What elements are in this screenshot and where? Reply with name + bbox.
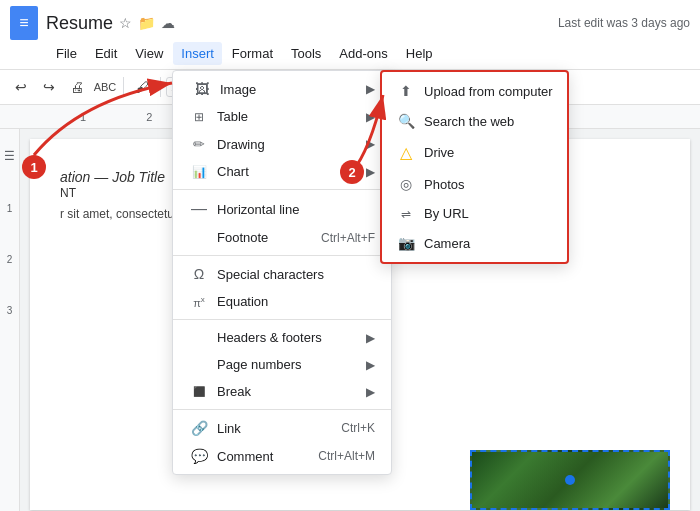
comment-shortcut: Ctrl+Alt+M bbox=[318, 449, 375, 463]
menu-edit[interactable]: Edit bbox=[87, 42, 125, 65]
menu-item-equation[interactable]: πx Equation bbox=[173, 288, 391, 315]
menu-tools[interactable]: Tools bbox=[283, 42, 329, 65]
submenu-search-web[interactable]: 🔍 Search the web bbox=[382, 106, 567, 136]
special-chars-label: Special characters bbox=[217, 267, 375, 282]
upload-icon: ⬆ bbox=[396, 83, 416, 99]
headers-footers-label: Headers & footers bbox=[217, 330, 360, 345]
sidebar-icon: ☰ bbox=[4, 149, 15, 163]
menu-bar: File Edit View Insert Format Tools Add-o… bbox=[0, 40, 700, 70]
title-bar: Resume ☆ 📁 ☁ Last edit was 3 days ago bbox=[0, 0, 700, 40]
menu-item-image[interactable]: 🖼 Image ▶ bbox=[173, 75, 391, 103]
redo-button[interactable]: ↪ bbox=[36, 74, 62, 100]
footnote-label: Footnote bbox=[217, 230, 311, 245]
menu-view[interactable]: View bbox=[127, 42, 171, 65]
insert-dropdown-menu: 🖼 Image ▶ ⊞ Table ▶ ✏ Drawing ▶ 📊 Chart … bbox=[172, 70, 392, 475]
equation-label: Equation bbox=[217, 294, 375, 309]
submenu-camera[interactable]: 📷 Camera bbox=[382, 228, 567, 258]
star-icon[interactable]: ☆ bbox=[119, 15, 132, 31]
menu-item-page-numbers[interactable]: Page numbers ▶ bbox=[173, 351, 391, 378]
break-icon: ⬛ bbox=[189, 386, 209, 397]
headers-footers-arrow: ▶ bbox=[366, 331, 375, 345]
menu-item-link[interactable]: 🔗 Link Ctrl+K bbox=[173, 414, 391, 442]
camera-label: Camera bbox=[424, 236, 470, 251]
comment-label: Comment bbox=[217, 449, 308, 464]
cloud-icon[interactable]: ☁ bbox=[161, 15, 175, 31]
table-submenu-arrow: ▶ bbox=[366, 110, 375, 124]
paint-format-button[interactable]: 🖌 bbox=[129, 74, 155, 100]
submenu-by-url[interactable]: ⇌ By URL bbox=[382, 199, 567, 228]
drawing-submenu-arrow: ▶ bbox=[366, 137, 375, 151]
folder-icon[interactable]: 📁 bbox=[138, 15, 155, 31]
doc-title: Resume bbox=[46, 13, 113, 34]
badge-2: 2 bbox=[340, 160, 364, 184]
menu-item-horizontal-line[interactable]: — Horizontal line bbox=[173, 194, 391, 224]
menu-insert[interactable]: Insert bbox=[173, 42, 222, 65]
menu-divider-4 bbox=[173, 409, 391, 410]
menu-format[interactable]: Format bbox=[224, 42, 281, 65]
break-arrow: ▶ bbox=[366, 385, 375, 399]
table-menu-icon: ⊞ bbox=[189, 110, 209, 124]
comment-icon: 💬 bbox=[189, 448, 209, 464]
link-icon: 🔗 bbox=[189, 420, 209, 436]
by-url-label: By URL bbox=[424, 206, 469, 221]
image-placeholder[interactable] bbox=[470, 450, 670, 510]
horizontal-line-label: Horizontal line bbox=[217, 202, 375, 217]
search-web-label: Search the web bbox=[424, 114, 514, 129]
menu-item-drawing[interactable]: ✏ Drawing ▶ bbox=[173, 130, 391, 158]
upload-label: Upload from computer bbox=[424, 84, 553, 99]
menu-item-table[interactable]: ⊞ Table ▶ bbox=[173, 103, 391, 130]
spellcheck-button[interactable]: ABC bbox=[92, 74, 118, 100]
title-section: Resume ☆ 📁 ☁ bbox=[46, 13, 175, 34]
menu-item-special-chars[interactable]: Ω Special characters bbox=[173, 260, 391, 288]
link-shortcut: Ctrl+K bbox=[341, 421, 375, 435]
badge-1: 1 bbox=[22, 155, 46, 179]
page-marker-1: 1 bbox=[7, 203, 13, 214]
menu-addons[interactable]: Add-ons bbox=[331, 42, 395, 65]
page-numbers-arrow: ▶ bbox=[366, 358, 375, 372]
job-title-text: ation — Job Title bbox=[60, 169, 165, 185]
doc-icon bbox=[10, 6, 38, 40]
page-marker-3: 3 bbox=[7, 305, 13, 316]
drawing-menu-label: Drawing bbox=[217, 137, 360, 152]
undo-button[interactable]: ↩ bbox=[8, 74, 34, 100]
menu-divider-2 bbox=[173, 255, 391, 256]
break-label: Break bbox=[217, 384, 360, 399]
toolbar-separator-2 bbox=[160, 77, 161, 97]
footnote-shortcut: Ctrl+Alt+F bbox=[321, 231, 375, 245]
drawing-menu-icon: ✏ bbox=[189, 136, 209, 152]
image-menu-icon: 🖼 bbox=[192, 81, 212, 97]
image-submenu-arrow: ▶ bbox=[366, 82, 375, 96]
menu-item-headers-footers[interactable]: Headers & footers ▶ bbox=[173, 324, 391, 351]
toolbar-separator bbox=[123, 77, 124, 97]
link-label: Link bbox=[217, 421, 331, 436]
last-edit: Last edit was 3 days ago bbox=[558, 16, 690, 30]
subtitle-text: NT bbox=[60, 186, 76, 200]
print-button[interactable]: 🖨 bbox=[64, 74, 90, 100]
menu-item-break[interactable]: ⬛ Break ▶ bbox=[173, 378, 391, 405]
special-chars-icon: Ω bbox=[189, 266, 209, 282]
search-web-icon: 🔍 bbox=[396, 113, 416, 129]
photos-icon: ◎ bbox=[396, 176, 416, 192]
equation-icon: πx bbox=[189, 295, 209, 309]
chart-menu-icon: 📊 bbox=[189, 165, 209, 179]
menu-divider-3 bbox=[173, 319, 391, 320]
left-sidebar: ☰ 1 2 3 bbox=[0, 129, 20, 511]
submenu-photos[interactable]: ◎ Photos bbox=[382, 169, 567, 199]
menu-item-footnote[interactable]: Footnote Ctrl+Alt+F bbox=[173, 224, 391, 251]
drive-label: Drive bbox=[424, 145, 454, 160]
submenu-drive[interactable]: △ Drive bbox=[382, 136, 567, 169]
table-menu-label: Table bbox=[217, 109, 360, 124]
submenu-upload[interactable]: ⬆ Upload from computer bbox=[382, 76, 567, 106]
image-handle[interactable] bbox=[565, 475, 575, 485]
chart-submenu-arrow: ▶ bbox=[366, 165, 375, 179]
horizontal-line-icon: — bbox=[189, 200, 209, 218]
ruler-mark-1: 1 bbox=[80, 111, 86, 123]
menu-help[interactable]: Help bbox=[398, 42, 441, 65]
menu-file[interactable]: File bbox=[48, 42, 85, 65]
photos-label: Photos bbox=[424, 177, 464, 192]
menu-divider-1 bbox=[173, 189, 391, 190]
drive-icon: △ bbox=[396, 143, 416, 162]
menu-item-comment[interactable]: 💬 Comment Ctrl+Alt+M bbox=[173, 442, 391, 470]
by-url-icon: ⇌ bbox=[396, 207, 416, 221]
image-menu-label: Image bbox=[220, 82, 360, 97]
